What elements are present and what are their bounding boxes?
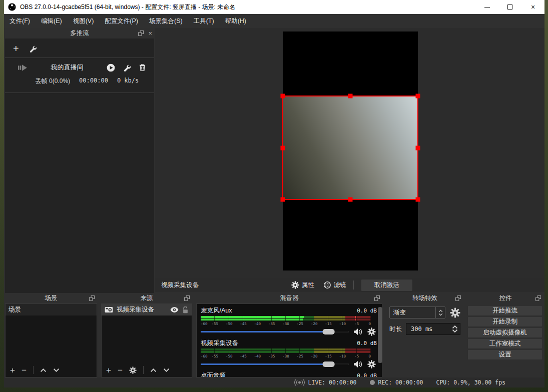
channel-gear-icon[interactable] <box>367 328 376 336</box>
float-dock-icon[interactable] <box>374 295 380 302</box>
float-dock-icon[interactable] <box>535 295 541 302</box>
menu-scene-collection[interactable]: 场景集合(S) <box>144 14 188 28</box>
menu-help[interactable]: 帮助(H) <box>220 14 252 28</box>
resize-handle-mid-left[interactable] <box>281 146 285 150</box>
scene-list-item[interactable]: 场景 <box>6 304 97 316</box>
meter-tick-label: -20 <box>311 322 318 326</box>
start-streaming-button[interactable]: 开始推流 <box>467 306 542 316</box>
filter-icon <box>323 281 331 289</box>
maximize-button[interactable] <box>498 0 521 14</box>
deactivate-button[interactable]: 取消激活 <box>361 279 413 292</box>
delete-stream-icon[interactable] <box>139 64 146 72</box>
meter-tick-label: -25 <box>297 322 304 326</box>
spin-down-icon[interactable] <box>452 329 458 333</box>
start-recording-button[interactable]: 开始录制 <box>467 316 542 327</box>
menu-file[interactable]: 文件(F) <box>4 14 36 28</box>
volume-meter-bar <box>201 316 371 318</box>
mixer-channel-mic: 麦克风/Aux 0.0 dB -60-55-50-45-40-35-30-25-… <box>201 306 377 336</box>
remove-source-button[interactable]: − <box>118 366 123 374</box>
close-button[interactable]: × <box>521 0 544 14</box>
minimize-icon <box>484 7 490 8</box>
stream-list-item[interactable]: 我的直播间 丢帧 0(0.0%) 00:00:00 0 kb/s <box>5 58 154 90</box>
move-scene-down-button[interactable] <box>53 368 60 372</box>
mixer-content: 麦克风/Aux 0.0 dB -60-55-50-45-40-35-30-25-… <box>196 304 382 378</box>
minimize-button[interactable] <box>475 0 498 14</box>
float-dock-icon[interactable] <box>138 30 144 36</box>
start-virtual-camera-button[interactable]: 启动虚拟摄像机 <box>467 328 542 338</box>
wrench-icon[interactable] <box>29 45 37 52</box>
transitions-dock-header: 转场特效 <box>385 293 464 304</box>
transition-gear-icon[interactable] <box>450 308 460 318</box>
live-time: LIVE: 00:00:00 <box>308 379 357 386</box>
float-dock-icon[interactable] <box>184 295 190 302</box>
resize-handle-bottom-right[interactable] <box>416 198 420 202</box>
visibility-eye-icon[interactable] <box>170 307 179 312</box>
volume-slider[interactable] <box>201 360 349 368</box>
remove-scene-button[interactable]: − <box>22 366 27 374</box>
resize-handle-top-right[interactable] <box>416 94 420 98</box>
duration-value: 300 ms <box>406 326 450 332</box>
slider-fill <box>201 364 330 365</box>
menu-view[interactable]: 视图(V) <box>68 14 100 28</box>
float-dock-icon[interactable] <box>455 295 461 302</box>
channel-name: 桌面音频 <box>201 372 226 378</box>
float-dock-icon[interactable] <box>89 295 95 302</box>
slider-handle[interactable] <box>322 362 334 367</box>
studio-mode-button[interactable]: 工作室模式 <box>467 338 542 349</box>
window-title: OBS 27.0.0-14-gcacbe5f51 (64-bit, window… <box>20 3 475 12</box>
spin-up-icon[interactable] <box>452 325 458 329</box>
edit-stream-icon[interactable] <box>123 64 131 72</box>
resize-handle-bottom-left[interactable] <box>281 198 285 202</box>
add-scene-button[interactable]: + <box>10 366 15 374</box>
add-stream-button[interactable]: + <box>13 44 19 52</box>
menu-tools[interactable]: 工具(T) <box>188 14 220 28</box>
obs-logo-icon <box>8 3 16 11</box>
channel-db: 0.0 dB <box>357 308 377 314</box>
slider-handle[interactable] <box>322 329 334 334</box>
resize-handle-top-center[interactable] <box>348 94 353 98</box>
meter-tick-label: 0 <box>368 322 371 326</box>
scenes-toolbar: + − <box>6 363 97 377</box>
close-dock-icon[interactable]: × <box>148 30 152 37</box>
program-canvas[interactable] <box>283 32 418 270</box>
mixer-channel-desktop: 桌面音频 0.0 dB <box>201 372 377 378</box>
transition-selected-value: 渐变 <box>390 308 435 317</box>
transition-select[interactable]: 渐变 <box>389 306 445 318</box>
add-source-button[interactable]: + <box>106 366 111 374</box>
source-list-item[interactable]: 视频采集设备 <box>102 304 192 316</box>
source-properties-gear-icon[interactable] <box>129 366 137 374</box>
meter-tick-label: -40 <box>254 322 261 326</box>
move-scene-up-button[interactable] <box>40 368 47 372</box>
menu-profile[interactable]: 配置文件(P) <box>99 14 144 28</box>
properties-button[interactable]: 属性 <box>291 281 314 290</box>
move-source-down-button[interactable] <box>163 368 170 372</box>
filters-button[interactable]: 滤镜 <box>323 281 346 290</box>
resize-handle-mid-right[interactable] <box>416 146 420 150</box>
resize-handle-bottom-center[interactable] <box>348 198 353 202</box>
channel-gear-icon[interactable] <box>367 360 376 368</box>
start-stream-icon[interactable] <box>107 64 115 72</box>
meter-tick-label: -35 <box>268 354 275 358</box>
selected-source-bounds[interactable] <box>283 96 418 200</box>
mixer-scrollbar[interactable] <box>378 307 382 363</box>
move-source-up-button[interactable] <box>150 368 157 372</box>
volume-slider[interactable] <box>201 328 349 335</box>
sources-dock-title: 来源 <box>141 294 153 302</box>
meter-tick-label: -5 <box>354 322 359 326</box>
stream-name: 我的直播间 <box>28 63 107 72</box>
meter-tick-label: -45 <box>240 354 247 358</box>
meter-tick-label: -10 <box>339 354 346 358</box>
speaker-icon[interactable] <box>353 328 363 336</box>
meter-tick-label: -50 <box>226 354 233 358</box>
resize-handle-top-left[interactable] <box>281 94 285 98</box>
meter-tick-label: -25 <box>297 354 304 358</box>
duration-spinbox[interactable]: 300 ms <box>406 323 460 335</box>
speaker-icon[interactable] <box>353 360 363 368</box>
meter-tick-label: -5 <box>354 354 359 358</box>
settings-button[interactable]: 设置 <box>467 350 542 360</box>
meter-tick-label: -15 <box>325 354 332 358</box>
lock-open-icon[interactable] <box>182 306 189 314</box>
combo-arrows-icon[interactable] <box>435 307 445 318</box>
menu-edit[interactable]: 编辑(E) <box>36 14 68 28</box>
meter-tick-label: -15 <box>325 322 332 326</box>
